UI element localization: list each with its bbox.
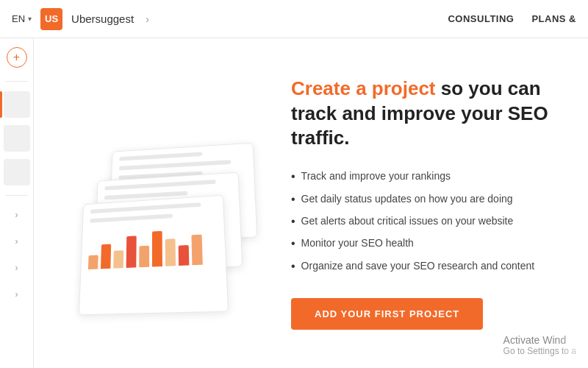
lang-label: EN [12,13,25,24]
sidebar: + › › › › [0,38,34,368]
sidebar-divider [6,81,28,82]
feature-text: Get daily status updates on how you are … [301,191,513,207]
cta-button[interactable]: ADD YOUR FIRST PROJECT [291,298,483,330]
sidebar-add-button[interactable]: + [7,47,27,68]
bullet-icon: • [291,213,295,230]
lang-selector[interactable]: EN ▾ [12,13,32,24]
feature-text: Track and improve your rankings [301,169,451,184]
sidebar-active-indicator [0,91,2,118]
card-line-2 [119,160,232,170]
nav-plans[interactable]: PLANS & [531,13,576,24]
feature-text: Get alerts about critical issues on your… [301,213,514,229]
header-left: EN ▾ US Ubersuggest › [12,8,149,30]
bar [126,236,137,268]
headline: Create a project so you can track and im… [291,77,566,151]
sidebar-nav-chevron-2[interactable]: › [0,230,33,253]
windows-watermark: Activate Wind Go to Settings to a [503,334,576,356]
main-content: Create a project so you can track and im… [34,38,588,368]
bar [139,246,149,268]
bullet-icon: • [291,191,295,208]
sidebar-nav-chevron-1[interactable]: › [0,203,33,227]
lang-chevron-icon: ▾ [28,15,32,23]
header: EN ▾ US Ubersuggest › CONSULTING PLANS & [0,0,588,38]
brand-name: Ubersuggest [71,13,134,25]
bar [88,255,98,269]
sidebar-item-1 [4,91,30,118]
feature-text: Monitor your SEO health [301,236,414,251]
sidebar-nav-chevron-3[interactable]: › [0,256,33,280]
feature-item: •Get alerts about critical issues on you… [291,210,566,233]
card-line-9 [90,202,201,213]
nav-consulting[interactable]: CONSULTING [448,13,514,24]
sidebar-divider-2 [6,195,28,196]
bar-chart [81,218,226,274]
bullet-icon: • [291,169,295,185]
sidebar-nav-chevron-4[interactable]: › [0,283,33,306]
plus-icon: + [13,51,20,64]
features-list: •Track and improve your rankings•Get dai… [291,166,566,277]
bar [165,238,176,266]
feature-item: •Monitor your SEO health [291,233,566,255]
card-line-5 [104,180,216,191]
feature-text: Organize and save your SEO research and … [301,258,535,274]
sidebar-item-3 [4,159,30,185]
feature-item: •Track and improve your rankings [291,166,566,188]
bar [101,244,111,269]
feature-item: •Organize and save your SEO research and… [291,255,566,277]
feature-item: •Get daily status updates on how you are… [291,188,566,210]
bullet-icon: • [291,258,295,275]
bar [113,250,123,269]
hero-content: Create a project so you can track and im… [284,62,588,344]
card-front [79,195,229,316]
brand-chevron-icon: › [146,13,149,25]
card-line-1 [119,152,202,160]
bar [152,231,162,267]
logo-badge: US [40,8,62,30]
header-right: CONSULTING PLANS & [448,13,576,24]
card-stack [78,100,254,306]
bar [191,235,202,266]
headline-orange: Create a project [291,77,436,99]
hero-illustration [49,85,284,321]
sidebar-item-2 [4,125,30,152]
bar [179,245,190,266]
watermark-subtitle: Go to Settings to a [503,346,576,356]
bullet-icon: • [291,236,295,252]
watermark-title: Activate Wind [503,334,576,346]
